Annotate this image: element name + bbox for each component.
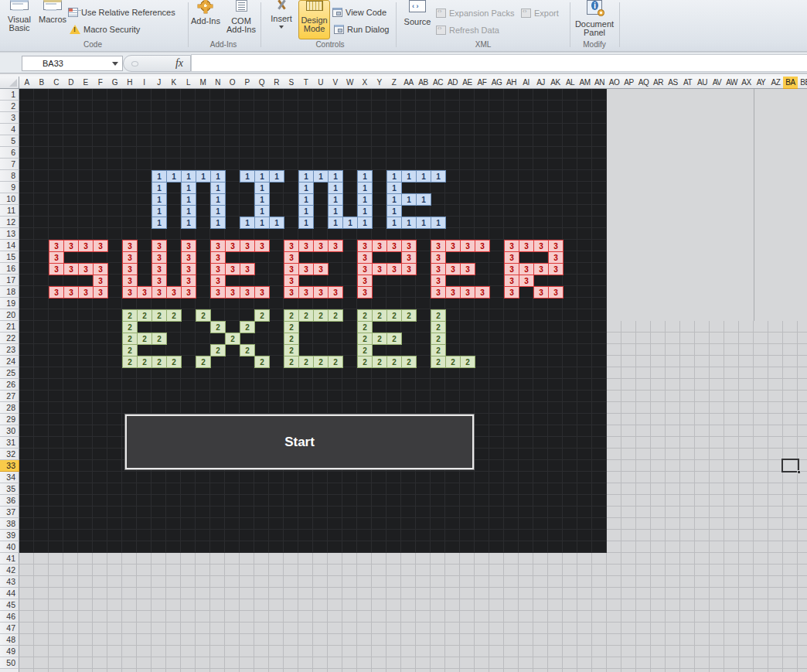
board-cell-V11[interactable]: 1 [328,205,343,217]
board-cell-X8[interactable]: 1 [357,170,373,182]
board-cell-Q12[interactable]: 1 [254,217,270,229]
row-header-11[interactable]: 11 [0,205,19,217]
board-cell-AH18[interactable]: 3 [504,286,519,298]
row-header-38[interactable]: 38 [0,518,19,530]
row-header-32[interactable]: 32 [0,449,19,460]
column-header-T[interactable]: T [298,77,314,89]
column-header-AT[interactable]: AT [680,77,696,89]
board-cell-T16[interactable]: 3 [298,263,314,275]
board-cell-H24[interactable]: 2 [122,356,138,368]
document-panel-button[interactable]: Document Panel [572,0,617,40]
column-header-AE[interactable]: AE [460,77,475,89]
board-cell-S20[interactable]: 2 [284,309,299,322]
board-cell-N21[interactable]: 2 [210,321,226,333]
board-cell-AJ14[interactable]: 3 [533,240,549,252]
board-cell-N17[interactable]: 3 [210,275,226,287]
row-header-50[interactable]: 50 [0,657,19,669]
board-cell-O14[interactable]: 3 [225,240,240,252]
board-cell-C15[interactable]: 3 [49,251,64,264]
board-cell-AB12[interactable]: 1 [416,217,431,229]
row-header-30[interactable]: 30 [0,425,19,437]
board-cell-X18[interactable]: 3 [357,286,373,298]
row-header-23[interactable]: 23 [0,344,19,356]
row-header-10[interactable]: 10 [0,193,19,205]
board-cell-P12[interactable]: 1 [240,217,255,229]
column-header-AP[interactable]: AP [621,77,637,89]
board-cell-C16[interactable]: 3 [49,263,64,275]
row-header-49[interactable]: 49 [0,646,19,657]
board-cell-X22[interactable]: 2 [357,333,373,345]
board-cell-J10[interactable]: 1 [152,193,167,206]
column-header-Y[interactable]: Y [372,77,387,89]
row-header-5[interactable]: 5 [0,135,19,147]
board-cell-F16[interactable]: 3 [93,263,108,275]
board-cell-J16[interactable]: 3 [152,263,167,275]
board-cell-P23[interactable]: 2 [240,344,255,356]
column-header-AU[interactable]: AU [695,77,710,89]
view-code-button[interactable]: View Code [332,6,386,19]
column-header-AO[interactable]: AO [607,77,622,89]
row-header-7[interactable]: 7 [0,159,19,170]
row-header-48[interactable]: 48 [0,634,19,646]
board-cell-U20[interactable]: 2 [313,309,329,322]
board-cell-AF18[interactable]: 3 [475,286,490,298]
board-cell-J18[interactable]: 3 [152,286,167,298]
board-cell-Z24[interactable]: 2 [386,356,402,368]
board-cell-Q14[interactable]: 3 [254,240,270,252]
board-cell-L18[interactable]: 3 [181,286,196,298]
board-cell-Y16[interactable]: 3 [372,263,387,275]
board-cell-AH17[interactable]: 3 [504,275,519,287]
board-cell-N8[interactable]: 1 [210,170,226,182]
board-cell-AE14[interactable]: 3 [460,240,475,252]
row-header-36[interactable]: 36 [0,495,19,507]
column-header-AC[interactable]: AC [431,77,446,89]
row-header-33[interactable]: 33 [0,460,19,472]
board-cell-AF14[interactable]: 3 [475,240,490,252]
board-cell-V18[interactable]: 3 [328,286,343,298]
board-cell-L16[interactable]: 3 [181,263,196,275]
board-cell-AA14[interactable]: 3 [401,240,417,252]
board-cell-AC20[interactable]: 2 [431,309,446,322]
board-cell-U14[interactable]: 3 [313,240,329,252]
board-cell-K20[interactable]: 2 [166,309,182,322]
board-cell-J12[interactable]: 1 [152,217,167,229]
row-header-42[interactable]: 42 [0,565,19,576]
column-header-S[interactable]: S [284,77,299,89]
row-header-26[interactable]: 26 [0,379,19,391]
row-header-46[interactable]: 46 [0,611,19,623]
column-header-F[interactable]: F [93,77,108,89]
insert-function-icon[interactable]: fx [175,57,183,70]
board-cell-J20[interactable]: 2 [152,309,167,322]
board-cell-Q24[interactable]: 2 [254,356,270,368]
board-cell-K24[interactable]: 2 [166,356,182,368]
board-cell-AJ18[interactable]: 3 [533,286,549,298]
board-cell-T14[interactable]: 3 [298,240,314,252]
column-header-M[interactable]: M [196,77,211,89]
row-header-22[interactable]: 22 [0,333,19,344]
column-header-AW[interactable]: AW [724,77,740,89]
name-box-dropdown-icon[interactable] [112,62,118,66]
board-cell-J17[interactable]: 3 [152,275,167,287]
board-cell-AD14[interactable]: 3 [445,240,461,252]
board-cell-T24[interactable]: 2 [298,356,314,368]
insert-dropdown-arrow-icon[interactable] [279,26,284,29]
board-cell-O18[interactable]: 3 [225,286,240,298]
board-cell-Z8[interactable]: 1 [386,170,402,182]
column-header-P[interactable]: P [240,77,255,89]
row-header-21[interactable]: 21 [0,321,19,333]
board-cell-J14[interactable]: 3 [152,240,167,252]
design-mode-button[interactable]: Design Mode [298,0,330,39]
board-cell-S18[interactable]: 3 [284,286,299,298]
row-header-13[interactable]: 13 [0,228,19,240]
row-header-24[interactable]: 24 [0,356,19,367]
column-header-AL[interactable]: AL [563,77,578,89]
grid-area-right[interactable] [607,321,807,553]
insert-control-button[interactable]: Insert [267,0,295,40]
board-cell-X21[interactable]: 2 [357,321,373,333]
column-header-R[interactable]: R [269,77,284,89]
column-header-BB[interactable]: BB [798,77,807,89]
board-cell-H14[interactable]: 3 [122,240,138,252]
board-cell-F18[interactable]: 3 [93,286,108,298]
board-cell-AK14[interactable]: 3 [548,240,564,252]
board-cell-S14[interactable]: 3 [284,240,299,252]
